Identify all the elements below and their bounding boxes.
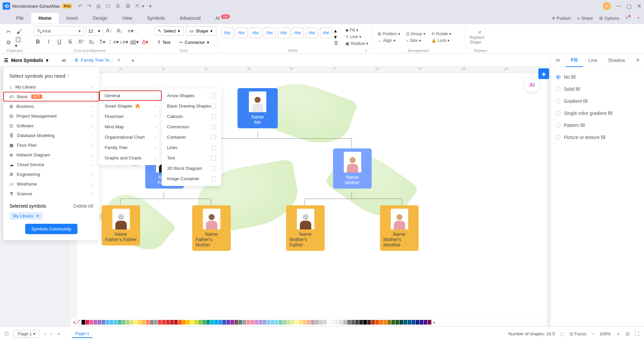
color-swatch[interactable] [412, 320, 415, 325]
color-swatch[interactable] [339, 320, 343, 325]
ai-assistant-bubble[interactable]: AI [525, 78, 539, 92]
lock-dropdown[interactable]: 🔒 Lock ▾ [429, 38, 453, 44]
qat-more-icon[interactable]: ▾ [149, 3, 152, 9]
page-layout-icon[interactable]: ☐ [5, 331, 9, 336]
symbols-community-button[interactable]: Symbols Community [25, 224, 77, 234]
color-swatch[interactable] [315, 320, 319, 325]
color-swatch[interactable] [283, 320, 286, 325]
color-swatch[interactable] [404, 320, 407, 325]
color-swatch[interactable] [106, 320, 109, 325]
fill-opt-none[interactable]: No fill [556, 71, 639, 83]
color-swatch[interactable] [335, 320, 339, 325]
color-swatch[interactable] [327, 320, 331, 325]
options-button[interactable]: ⚙ Options [599, 16, 620, 21]
subscript-icon[interactable]: X₂ [87, 38, 96, 46]
color-swatch[interactable] [150, 320, 154, 325]
maximize-icon[interactable]: ▢ [627, 3, 632, 9]
style-swatch[interactable]: Abc [264, 27, 276, 38]
opt-text[interactable]: Text [162, 153, 221, 163]
color-swatch[interactable] [363, 320, 367, 325]
page-select[interactable]: Page-1 ▾ [13, 330, 40, 338]
menu-advanced[interactable]: Advanced [172, 13, 208, 23]
chip-remove-icon[interactable]: ✕ [36, 213, 40, 218]
opt-container[interactable]: Container [162, 132, 221, 142]
color-swatch[interactable] [311, 320, 315, 325]
shape-tool[interactable]: ▭ Shape ▾ [186, 26, 216, 36]
color-swatch[interactable] [291, 320, 294, 325]
color-swatch[interactable] [303, 320, 307, 325]
minimize-icon[interactable]: — [616, 3, 621, 9]
menu-file[interactable]: File [9, 13, 31, 23]
submenu-orgchart[interactable]: Organizational Chart› [99, 132, 162, 142]
add-page-icon[interactable]: ＋ [57, 331, 61, 337]
close-icon[interactable]: ✕ [637, 3, 641, 9]
menu-design[interactable]: Design [85, 13, 115, 23]
spacing-icon[interactable]: ↕≡▾ [119, 38, 128, 46]
font-family-select[interactable]: 🔍 Arial▾ [34, 26, 84, 36]
fill-opt-picture[interactable]: Picture or texture fill [556, 131, 639, 143]
symbols-cat-software[interactable]: ⊡ Software› [3, 121, 99, 131]
color-swatch[interactable] [226, 320, 230, 325]
color-swatch[interactable] [98, 320, 101, 325]
color-swatch[interactable] [299, 320, 303, 325]
align-menu-icon[interactable]: ≡▾ [126, 26, 135, 35]
opt-image-container[interactable]: Image Container [162, 174, 221, 184]
replace-shape-button[interactable]: ⇄Replace Shape [470, 30, 490, 45]
tree-node-ff[interactable]: NameFather's Father [102, 205, 140, 246]
connector-tool[interactable]: ⤳ Connector ▾ [176, 38, 213, 47]
page-tab[interactable]: Page-1 [72, 330, 93, 338]
color-swatch[interactable] [359, 320, 363, 325]
color-swatch[interactable] [331, 320, 335, 325]
select-tool[interactable]: ↖ Select ▾ [154, 26, 184, 36]
help-icon[interactable]: ? [626, 16, 631, 21]
opt-arrow-shapes[interactable]: Arrow Shapes [162, 90, 221, 101]
opt-lines[interactable]: Lines [162, 142, 221, 153]
color-swatch[interactable] [375, 320, 379, 325]
panel-close-icon[interactable]: ✕ [632, 57, 644, 63]
strike-icon[interactable]: S [66, 38, 74, 46]
symbols-cat-wireframe[interactable]: ▭ Wireframe› [3, 179, 99, 189]
color-swatch[interactable] [218, 320, 222, 325]
underline-icon[interactable]: U [55, 38, 64, 46]
color-swatch[interactable] [267, 320, 270, 325]
grow-font-icon[interactable]: A↑ [105, 26, 113, 35]
style-swatch[interactable]: Abc [250, 27, 262, 38]
document-tab[interactable]: 🗎 Family Tree Te... ✕ [70, 54, 125, 67]
color-swatch[interactable] [170, 320, 174, 325]
color-swatch[interactable] [166, 320, 170, 325]
color-swatch[interactable] [383, 320, 387, 325]
color-swatch[interactable] [247, 320, 250, 325]
more-symbols-toggle[interactable]: ☰ More Symbols▾ ≪ [0, 54, 70, 67]
style-swatch[interactable]: Abc [306, 27, 318, 38]
fill-opt-single-gradient[interactable]: Single color gradient fill [556, 107, 639, 119]
collapse-ribbon-icon[interactable]: ^ [637, 16, 639, 21]
style-swatch[interactable]: Abc [292, 27, 304, 38]
color-swatch[interactable] [343, 320, 347, 325]
color-swatch[interactable] [118, 320, 121, 325]
tab-shadow[interactable]: Shadow [603, 54, 631, 67]
copy-icon[interactable]: ⧉ [4, 38, 13, 47]
color-swatch[interactable] [194, 320, 198, 325]
color-swatch[interactable] [279, 320, 282, 325]
delete-all-link[interactable]: Delete All [73, 203, 93, 209]
color-swatch[interactable] [255, 320, 258, 325]
highlight-icon[interactable]: ab▾ [130, 38, 139, 46]
color-swatch[interactable] [351, 320, 355, 325]
color-swatch[interactable] [158, 320, 162, 325]
paste-icon[interactable]: 📋▾ [15, 38, 23, 47]
color-swatch[interactable] [347, 320, 351, 325]
line-dropdown[interactable]: ✎ Line ▾ [343, 34, 370, 40]
color-swatch[interactable] [122, 320, 125, 325]
bold-icon[interactable]: B [34, 38, 42, 46]
color-swatch[interactable] [271, 320, 274, 325]
style-gallery[interactable]: Abc Abc Abc Abc Abc Abc Abc Abc ▴▾⠿ [221, 27, 338, 47]
color-swatch[interactable] [399, 320, 403, 325]
symbols-cat-floorplan[interactable]: ▦ Floor Plan› [3, 140, 99, 150]
color-swatch[interactable] [154, 320, 158, 325]
color-swatch[interactable] [307, 320, 311, 325]
color-swatch[interactable] [387, 320, 391, 325]
zoom-out-icon[interactable]: − [592, 331, 594, 336]
color-swatch[interactable] [102, 320, 105, 325]
color-swatch[interactable] [202, 320, 206, 325]
color-swatch[interactable] [138, 320, 142, 325]
